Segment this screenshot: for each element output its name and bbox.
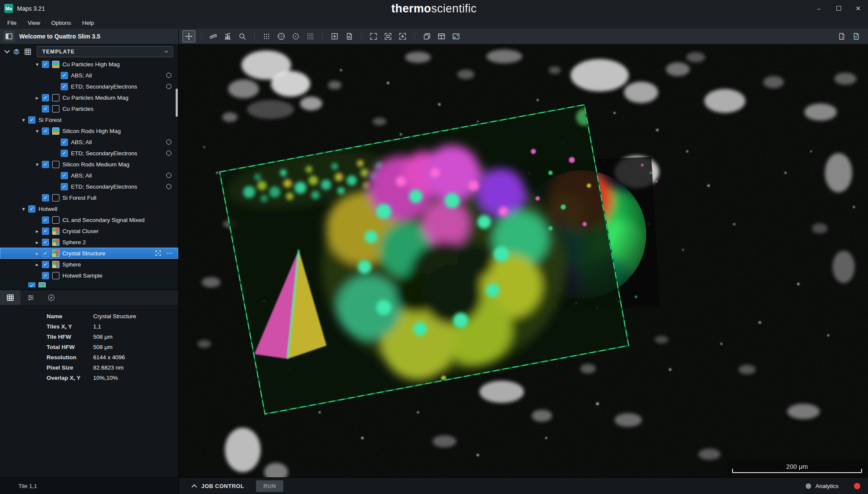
- visibility-checkbox[interactable]: ✓: [61, 183, 68, 190]
- visibility-checkbox[interactable]: ✓: [42, 261, 49, 268]
- chevron-down-icon[interactable]: ▾: [32, 161, 42, 168]
- analytics-label[interactable]: Analytics: [815, 483, 839, 489]
- chevron-down-icon[interactable]: ▾: [32, 128, 42, 134]
- visibility-checkbox[interactable]: ✓: [42, 216, 49, 224]
- maximize-button[interactable]: [829, 0, 848, 17]
- tree-item-sphere-2[interactable]: ▸✓Sphere 2: [0, 237, 178, 248]
- menu-options[interactable]: Options: [46, 17, 77, 29]
- template-dropdown[interactable]: TEMPLATE: [37, 46, 173, 57]
- visibility-checkbox[interactable]: ✓: [42, 127, 49, 135]
- visibility-checkbox[interactable]: ✓: [42, 194, 49, 201]
- menu-view[interactable]: View: [22, 17, 46, 29]
- property-label: Tiles X, Y: [47, 323, 93, 330]
- tree-scrollbar[interactable]: [176, 89, 178, 117]
- tab-adjustments[interactable]: [21, 290, 41, 305]
- visibility-checkbox[interactable]: ✓: [42, 250, 49, 257]
- sem-canvas[interactable]: 200 μm: [179, 44, 868, 477]
- tree-item-silicon-rods-high-mag[interactable]: ▾✓Silicon Rods High Mag: [0, 125, 178, 136]
- tree-item[interactable]: ✓: [0, 281, 178, 287]
- visibility-checkbox[interactable]: ✓: [61, 83, 68, 90]
- locate-tile-icon[interactable]: [155, 250, 162, 257]
- minimize-button[interactable]: –: [809, 0, 829, 17]
- visibility-checkbox[interactable]: ✓: [28, 282, 35, 287]
- property-value: 508 μm: [93, 334, 112, 340]
- tree-item-cu-particles-medium-mag[interactable]: ▸✓Cu Particles Medium Mag: [0, 92, 178, 103]
- measure-button[interactable]: [207, 30, 220, 42]
- zoom-button[interactable]: [236, 30, 249, 42]
- menu-help[interactable]: Help: [77, 17, 100, 29]
- visibility-checkbox[interactable]: ✓: [61, 172, 68, 179]
- tree-item-hotwell-sample[interactable]: ✓Hotwell Sample: [0, 270, 178, 281]
- visibility-checkbox[interactable]: ✓: [42, 272, 49, 279]
- tree-item-hotwell[interactable]: ▾✓Hotwell: [0, 203, 178, 214]
- tree-item-cu-particles[interactable]: ✓Cu Particles: [0, 103, 178, 114]
- collapse-all-chevron-icon[interactable]: [4, 48, 10, 53]
- close-button[interactable]: ✕: [848, 0, 868, 17]
- image-overlay-button[interactable]: [450, 30, 462, 42]
- outline-thumbnail-icon: [52, 94, 59, 101]
- add-tile-button[interactable]: [328, 30, 341, 42]
- chevron-right-icon[interactable]: ▸: [32, 261, 42, 268]
- chevron-right-icon[interactable]: ▸: [32, 95, 42, 101]
- chevron-down-icon[interactable]: ▾: [19, 206, 28, 212]
- grid-view-icon[interactable]: [24, 48, 32, 56]
- tree-item-cl-and-secondary-signal-mixed[interactable]: ✓CL and Secondary Signal Mixed: [0, 214, 178, 225]
- fit-view-button[interactable]: [367, 30, 380, 42]
- chevron-right-icon[interactable]: ▸: [32, 239, 42, 246]
- panel-toggle-button[interactable]: [3, 31, 15, 42]
- grid-dots-button[interactable]: [260, 30, 273, 42]
- more-options-icon[interactable]: ⋯: [166, 251, 173, 255]
- layers-icon[interactable]: [13, 48, 20, 55]
- window-layout-button[interactable]: [435, 30, 448, 42]
- tree-item-cu-particles-high-mag[interactable]: ▾✓Cu Particles High Mag: [0, 59, 178, 70]
- visibility-checkbox[interactable]: ✓: [61, 139, 68, 146]
- tree-item-si-forest[interactable]: ▾✓Si Forest: [0, 114, 178, 125]
- tree-item-abs-all[interactable]: ✓ABS; All: [0, 136, 178, 148]
- visibility-checkbox[interactable]: ✓: [42, 161, 49, 168]
- visibility-checkbox[interactable]: ✓: [42, 61, 49, 68]
- property-label: Name: [47, 313, 93, 319]
- tree-item-etd-secondaryelectrons[interactable]: ✓ETD; SecondaryElectrons: [0, 81, 178, 92]
- visibility-checkbox[interactable]: ✓: [28, 116, 35, 124]
- property-row: Tile HFW508 μm: [0, 331, 178, 342]
- visibility-checkbox[interactable]: ✓: [42, 94, 49, 101]
- histogram-button[interactable]: [221, 30, 234, 42]
- visibility-checkbox[interactable]: ✓: [42, 228, 49, 235]
- tree-item-etd-secondaryelectrons[interactable]: ✓ETD; SecondaryElectrons: [0, 148, 178, 159]
- export-nav-button[interactable]: [850, 30, 862, 42]
- property-value: 508 μm: [93, 344, 112, 350]
- report-button[interactable]: [343, 30, 356, 42]
- grid-dashed-button[interactable]: [289, 30, 302, 42]
- visibility-checkbox[interactable]: ✓: [28, 205, 35, 213]
- tab-tiles-table[interactable]: [0, 290, 21, 305]
- tree-item-si-forest-full[interactable]: ✓Si Forest Full: [0, 192, 178, 203]
- export-red-button[interactable]: [835, 30, 848, 42]
- tree-item-abs-all[interactable]: ✓ABS; All: [0, 170, 178, 181]
- tree-item-crystal-cluser[interactable]: ▸✓Crystal Cluser: [0, 225, 178, 237]
- run-button[interactable]: RUN: [256, 480, 283, 492]
- menu-file[interactable]: File: [2, 17, 22, 29]
- grid-circle-button[interactable]: [275, 30, 288, 42]
- visibility-checkbox[interactable]: ✓: [42, 105, 49, 112]
- fit-selection-button[interactable]: [382, 30, 394, 42]
- tree-item-sphere[interactable]: ▸✓Sphere: [0, 259, 178, 270]
- job-control-button[interactable]: JOB CONTROL: [192, 483, 244, 489]
- move-tool-button[interactable]: [182, 30, 195, 42]
- center-selection-button[interactable]: [396, 30, 409, 42]
- chevron-right-icon[interactable]: ▸: [32, 228, 42, 234]
- property-label: Pixel Size: [47, 364, 93, 371]
- tree-item-etd-secondaryelectrons[interactable]: ✓ETD; SecondaryElectrons: [0, 181, 178, 192]
- tree-item-abs-all[interactable]: ✓ABS; All: [0, 70, 178, 81]
- visibility-checkbox[interactable]: ✓: [61, 150, 68, 157]
- copy-layers-button[interactable]: [421, 30, 433, 42]
- visibility-checkbox[interactable]: ✓: [61, 72, 68, 79]
- tree-item-crystal-structure[interactable]: ▸✓Crystal Structure⋯: [0, 248, 178, 259]
- chevron-down-icon[interactable]: ▾: [19, 117, 28, 123]
- acquisition-status-icon: [166, 84, 171, 89]
- chevron-right-icon[interactable]: ▸: [32, 250, 42, 257]
- visibility-checkbox[interactable]: ✓: [42, 239, 49, 246]
- tab-navigation[interactable]: [41, 290, 62, 305]
- grid-dense-button[interactable]: [304, 30, 317, 42]
- tree-item-silicon-rods-medium-mag[interactable]: ▾✓Silicon Rods Medium Mag: [0, 159, 178, 170]
- chevron-down-icon[interactable]: ▾: [32, 61, 42, 68]
